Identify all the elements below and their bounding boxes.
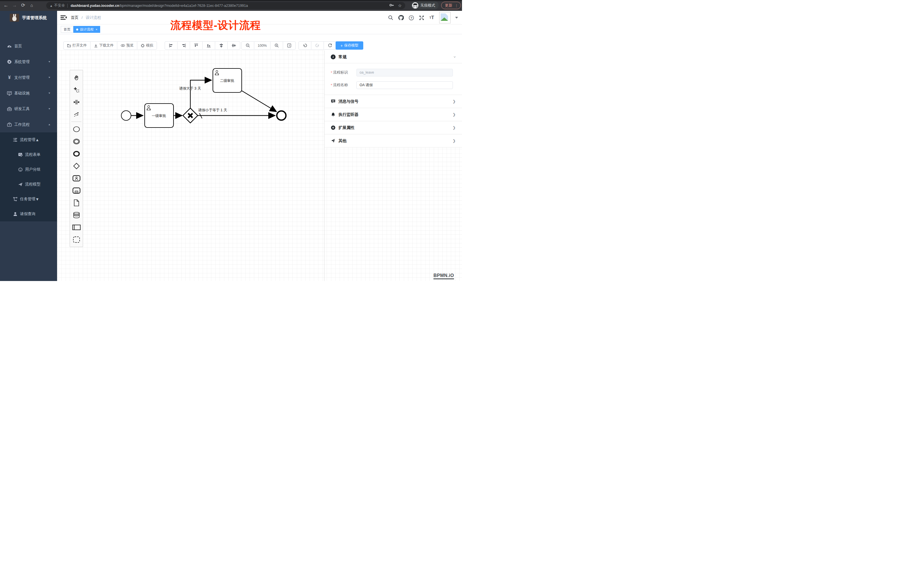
- create-group[interactable]: [70, 233, 83, 246]
- close-tab-icon[interactable]: ×: [96, 28, 97, 31]
- reload-icon[interactable]: ⟳: [20, 2, 26, 9]
- chevron-down-icon: ▼: [48, 92, 51, 94]
- sidebar-item-home[interactable]: 首页: [0, 38, 57, 54]
- properties-panel: i 常规 ˅ * 流程标识 * 流程名称 消息与信号 ❯: [324, 51, 462, 147]
- global-connect-tool[interactable]: [70, 108, 83, 120]
- create-data-object[interactable]: [70, 196, 83, 209]
- simulate-button[interactable]: 模拟: [137, 42, 157, 49]
- sidebar-item-process-model[interactable]: 流程模型: [0, 177, 57, 192]
- breadcrumb-home[interactable]: 首页: [71, 15, 78, 20]
- section-extension-attributes[interactable]: 扩展属性 ❯: [324, 121, 462, 134]
- align-top-button[interactable]: [190, 42, 202, 49]
- sidebar-item-leave-query[interactable]: 请假查询: [0, 207, 57, 221]
- chevron-up-icon: ▲: [35, 138, 39, 142]
- create-subprocess[interactable]: [70, 184, 83, 196]
- process-name-input[interactable]: [356, 81, 453, 89]
- browser-menu-icon[interactable]: ⋮: [454, 3, 458, 8]
- chevron-down-icon: ▼: [48, 60, 51, 63]
- breadcrumb: 首页 / 设计流程: [71, 15, 101, 20]
- chevron-right-icon: ❯: [453, 112, 456, 117]
- section-general[interactable]: i 常规 ˅: [324, 51, 462, 63]
- section-messages-signals[interactable]: 消息与信号 ❯: [324, 95, 462, 108]
- open-file-button[interactable]: 打开文件: [64, 42, 90, 49]
- bpmn-io-watermark[interactable]: BPMN.iO: [434, 273, 454, 279]
- info-icon: i: [331, 54, 336, 59]
- align-center-horizontal-button[interactable]: [228, 42, 240, 49]
- sidebar-item-process-form[interactable]: 流程表单: [0, 147, 57, 162]
- chevron-down-icon[interactable]: ˅: [453, 55, 456, 58]
- bookmark-star-icon[interactable]: ☆: [398, 3, 402, 8]
- sidebar-item-user-group[interactable]: 用户分组: [0, 162, 57, 177]
- incognito-label: 无痕模式: [420, 3, 435, 8]
- home-icon[interactable]: ⌂: [28, 2, 35, 9]
- address-bar[interactable]: ▲ 不安全 dashboard.yudao.iocoder.cn /bpm/ma…: [46, 2, 405, 9]
- sidebar-item-pay[interactable]: ¥ 支付管理 ▼: [0, 70, 57, 85]
- avatar[interactable]: [439, 12, 451, 23]
- search-icon[interactable]: [388, 15, 393, 21]
- sidebar-item-infra[interactable]: 基础设施 ▼: [0, 85, 57, 101]
- preview-button[interactable]: 预览: [117, 42, 137, 49]
- chevron-down-icon: ▼: [48, 76, 51, 79]
- zoom-in-button[interactable]: [270, 42, 283, 49]
- space-tool[interactable]: [70, 96, 83, 108]
- user-task-level1[interactable]: 一级审批: [145, 103, 174, 127]
- active-dot: [76, 28, 78, 30]
- sidebar-item-process-mgmt[interactable]: 流程管理 ▲: [0, 132, 57, 147]
- align-button-group: [165, 41, 240, 49]
- hand-tool[interactable]: [70, 71, 83, 84]
- align-left-button[interactable]: [165, 42, 177, 49]
- process-key-input[interactable]: [356, 69, 453, 76]
- plus-circle-icon: [331, 125, 336, 130]
- task2-label: 二级审批: [220, 79, 234, 83]
- create-intermediate-event[interactable]: [70, 135, 83, 147]
- sidebar-item-task-mgmt[interactable]: 任务管理 ▼: [0, 192, 57, 207]
- github-icon[interactable]: [398, 15, 404, 21]
- security-label[interactable]: 不安全: [54, 3, 65, 8]
- branch-icon: [12, 196, 18, 202]
- redo-button[interactable]: [311, 42, 324, 49]
- user-task-level2[interactable]: 二级审批: [213, 69, 242, 93]
- undo-button[interactable]: [299, 42, 311, 49]
- align-bottom-button[interactable]: [202, 42, 215, 49]
- sidebar-item-system[interactable]: 系统管理 ▼: [0, 54, 57, 70]
- download-file-button[interactable]: 下载文件: [90, 42, 117, 49]
- start-event[interactable]: [121, 111, 131, 120]
- app-logo[interactable]: 芋道管理系统: [0, 11, 57, 24]
- align-center-vertical-button[interactable]: [215, 42, 228, 49]
- browser-chrome: ← → ⟳ ⌂ ▲ 不安全 dashboard.yudao.iocoder.cn…: [0, 0, 462, 11]
- section-execution-listeners[interactable]: 执行监听器 ❯: [324, 108, 462, 121]
- sidebar-item-workflow[interactable]: 工作流程 ▲: [0, 117, 57, 132]
- create-end-event[interactable]: [70, 147, 83, 160]
- create-user-task[interactable]: [70, 172, 83, 184]
- paper-plane-icon: [18, 182, 23, 187]
- gear-icon: [7, 59, 12, 64]
- create-gateway[interactable]: [70, 160, 83, 172]
- field-process-name: * 流程名称: [324, 79, 462, 91]
- collapse-sidebar-icon[interactable]: [60, 15, 67, 21]
- help-icon[interactable]: ?: [408, 15, 414, 21]
- create-start-event[interactable]: [70, 123, 83, 135]
- back-icon[interactable]: ←: [3, 2, 9, 9]
- tab-home[interactable]: 首页: [61, 26, 74, 33]
- restart-button[interactable]: [324, 42, 336, 49]
- create-participant[interactable]: [70, 221, 83, 233]
- font-size-icon[interactable]: TT: [429, 15, 435, 21]
- toolbox-icon: [7, 106, 12, 112]
- browser-update-button[interactable]: 更新 ⋮: [441, 2, 461, 9]
- user-menu-caret-icon[interactable]: [455, 17, 458, 18]
- end-event[interactable]: [277, 111, 286, 120]
- zoom-out-button[interactable]: [242, 42, 254, 49]
- lasso-tool[interactable]: [70, 84, 83, 96]
- align-right-button[interactable]: [177, 42, 190, 49]
- sidebar: 芋道管理系统 首页 系统管理 ▼ ¥ 支付管理 ▼: [0, 11, 57, 281]
- section-other[interactable]: 其他 ❯: [324, 134, 462, 147]
- sidebar-item-devtools[interactable]: 研发工具 ▼: [0, 101, 57, 117]
- tab-design-process[interactable]: 设计流程 ×: [74, 26, 100, 33]
- zoom-level[interactable]: 100%: [254, 42, 270, 49]
- forward-icon[interactable]: →: [11, 2, 18, 9]
- fit-viewport-button[interactable]: [283, 42, 296, 49]
- create-data-store[interactable]: [70, 209, 83, 221]
- save-model-button[interactable]: + 保存模型: [336, 41, 363, 49]
- fullscreen-icon[interactable]: [418, 15, 424, 21]
- password-key-icon[interactable]: [389, 3, 394, 9]
